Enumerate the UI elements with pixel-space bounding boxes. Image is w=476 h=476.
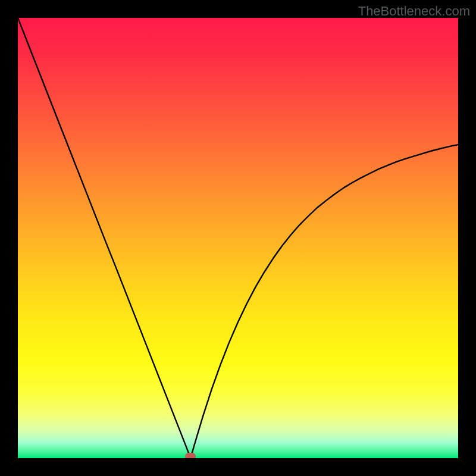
minimum-marker xyxy=(185,453,196,458)
bottleneck-curve xyxy=(18,18,458,458)
plot-area xyxy=(18,18,458,458)
chart-frame: TheBottleneck.com xyxy=(0,0,476,476)
attribution-label: TheBottleneck.com xyxy=(358,4,470,19)
